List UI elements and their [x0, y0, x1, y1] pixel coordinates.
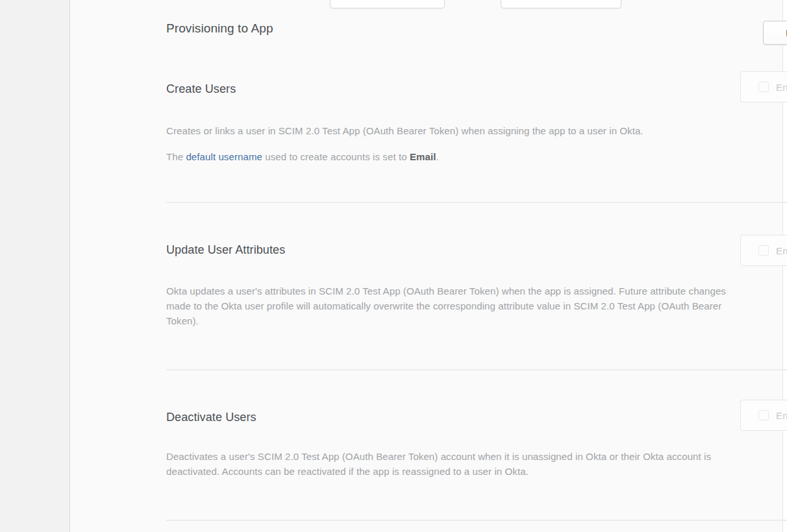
truncated-field[interactable]	[330, 0, 445, 8]
edit-button[interactable]: Edit	[763, 21, 787, 45]
enable-label: Enable	[776, 82, 787, 93]
page-title: Provisioning to App	[166, 21, 273, 36]
section-description: Deactivates a user's SCIM 2.0 Test App (…	[166, 449, 711, 479]
section-heading-create-users: Create Users	[166, 82, 236, 97]
provisioning-panel: Provisioning to App Edit Create Users En…	[70, 0, 783, 532]
note-middle: used to create accounts is set to	[262, 151, 410, 162]
section-heading-update-user-attributes: Update User Attributes	[166, 243, 285, 258]
enable-button-update-user-attributes[interactable]: Enable	[740, 235, 787, 266]
enable-checkbox[interactable]	[758, 82, 769, 92]
section-heading-deactivate-users: Deactivate Users	[166, 410, 256, 425]
note-suffix: .	[436, 151, 438, 162]
provisioning-page: Provisioning to App Edit Create Users En…	[0, 0, 787, 532]
default-username-link[interactable]: default username	[186, 151, 262, 162]
section-description: Creates or links a user in SCIM 2.0 Test…	[166, 123, 643, 138]
enable-button-deactivate-users[interactable]: Enable	[740, 400, 787, 431]
username-value: Email	[410, 151, 436, 162]
default-username-note: The default username used to create acco…	[166, 149, 439, 164]
note-prefix: The	[166, 151, 186, 162]
section-description: Okta updates a user's attributes in SCIM…	[166, 284, 726, 328]
section-divider	[166, 520, 787, 521]
enable-checkbox[interactable]	[758, 410, 769, 420]
enable-checkbox[interactable]	[758, 245, 769, 256]
section-divider	[166, 369, 787, 370]
enable-button-create-users[interactable]: Enable	[740, 71, 787, 103]
section-divider	[166, 202, 787, 203]
truncated-field[interactable]	[501, 0, 621, 8]
enable-label: Enable	[776, 410, 787, 421]
sidebar-rail	[0, 0, 70, 532]
enable-label: Enable	[776, 245, 787, 256]
